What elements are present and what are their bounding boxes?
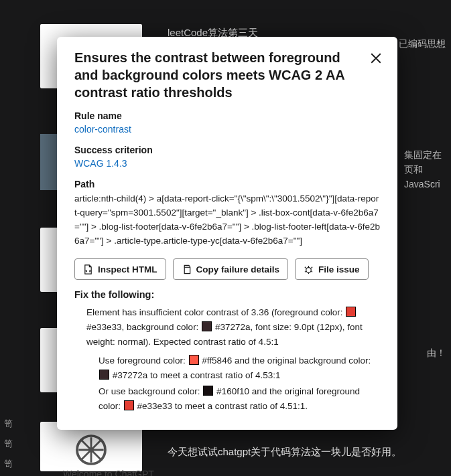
rule-name-link[interactable]: color-contrast: [74, 124, 131, 135]
document-code-icon: [83, 264, 93, 274]
bg-right-text-3: 由！: [427, 345, 446, 360]
accessibility-issue-modal: Ensures the contrast between foreground …: [57, 37, 397, 430]
page-background: leetCode算法第三天 已编码思想 集固定在页和JavaScri 由！ 今天…: [0, 0, 451, 476]
inspect-html-label: Inspect HTML: [98, 264, 157, 274]
color-swatch-bg: [99, 370, 109, 380]
svg-point-2: [306, 267, 312, 272]
side-char-2: 笥: [4, 438, 13, 450]
bg-right-text-2: 集固定在页和JavaScri: [404, 147, 446, 191]
action-button-row: Inspect HTML Copy failure details File i…: [74, 258, 380, 280]
fix-text: #ff5846 and the original background colo…: [202, 355, 371, 366]
fix-text: Element has insufficient color contrast …: [86, 307, 345, 317]
path-value: article:nth-child(4) > a[data-report-cli…: [74, 191, 380, 248]
fix-alt-2: Or use background color: #160f10 and the…: [86, 384, 380, 414]
side-char-3: 笥: [4, 458, 13, 470]
file-issue-label: File issue: [318, 264, 360, 274]
fix-text: #37272a to meet a contrast ratio of 4.53…: [113, 370, 281, 380]
path-label: Path: [74, 179, 380, 189]
openai-logo-icon: [72, 431, 110, 469]
bg-welcome-text: Welcome to ChatGPT: [63, 469, 154, 476]
fix-text: #e33e33, background color:: [86, 322, 201, 332]
fix-heading: Fix the following:: [74, 289, 380, 300]
color-swatch-fg: [124, 400, 134, 410]
bug-icon: [304, 264, 314, 274]
color-swatch-bg: [202, 321, 212, 331]
side-char-1: 笥: [4, 418, 13, 430]
inspect-html-button[interactable]: Inspect HTML: [74, 258, 166, 280]
fix-alt-1: Use foreground color: #ff5846 and the or…: [86, 353, 380, 383]
success-criterion-link[interactable]: WCAG 1.4.3: [74, 158, 127, 169]
fix-body: Element has insufficient color contrast …: [74, 305, 380, 414]
rule-name-label: Rule name: [74, 110, 380, 121]
copy-icon: [182, 264, 192, 274]
copy-failure-button[interactable]: Copy failure details: [173, 258, 289, 280]
success-criterion-label: Success criterion: [74, 145, 380, 155]
fix-text: Or use background color:: [99, 386, 202, 396]
svg-rect-1: [184, 267, 190, 273]
fix-main-line: Element has insufficient color contrast …: [86, 305, 380, 349]
close-icon: [370, 52, 382, 64]
fix-text: Use foreground color:: [99, 355, 188, 366]
color-swatch-alt-fg: [189, 355, 199, 365]
file-issue-button[interactable]: File issue: [295, 258, 369, 280]
color-swatch-alt-bg: [203, 386, 213, 396]
copy-failure-label: Copy failure details: [196, 264, 280, 274]
fix-text: #e33e33 to meet a contrast ratio of 4.51…: [137, 401, 308, 411]
bg-right-text-1: 已编码思想: [399, 36, 446, 51]
bg-chat-line: 今天想试试chatgpt关于代码算法这一块儿是否好用。: [168, 446, 401, 459]
modal-title: Ensures the contrast between foreground …: [74, 49, 364, 101]
color-swatch-fg: [346, 307, 356, 317]
close-button[interactable]: [368, 50, 384, 66]
